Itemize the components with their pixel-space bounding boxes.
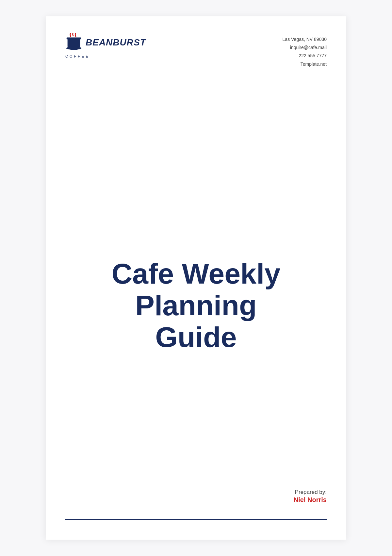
contact-address: Las Vegas, NV 89030 <box>283 35 327 43</box>
title-line2: Planning <box>135 289 257 321</box>
logo-area: BEANBURST COFFEE <box>65 33 146 58</box>
svg-point-2 <box>66 47 81 50</box>
logo-graphic: BEANBURST <box>65 33 146 52</box>
logo-text-group: BEANBURST <box>86 38 146 47</box>
prepared-name: Niel Norris <box>294 496 327 504</box>
header: BEANBURST COFFEE Las Vegas, NV 89030 inq… <box>46 16 346 78</box>
contact-info: Las Vegas, NV 89030 inquire@cafe.mail 22… <box>283 33 327 68</box>
document-page: BEANBURST COFFEE Las Vegas, NV 89030 inq… <box>46 16 346 540</box>
prepared-label: Prepared by: <box>294 489 327 495</box>
main-content: Cafe Weekly Planning Guide <box>46 78 346 540</box>
svg-rect-0 <box>68 38 80 47</box>
contact-website: Template.net <box>283 60 327 68</box>
bottom-divider <box>65 519 327 520</box>
title-line3: Guide <box>155 321 237 353</box>
contact-phone: 222 555 7777 <box>283 52 327 60</box>
logo-sub-name: COFFEE <box>65 54 90 58</box>
prepared-section: Prepared by: Niel Norris <box>294 489 327 504</box>
contact-email: inquire@cafe.mail <box>283 43 327 52</box>
main-title: Cafe Weekly Planning Guide <box>112 258 281 353</box>
title-line1: Cafe Weekly <box>112 257 281 290</box>
logo-icon <box>65 33 82 52</box>
brand-name: BEANBURST <box>86 38 146 47</box>
svg-rect-1 <box>67 38 81 40</box>
